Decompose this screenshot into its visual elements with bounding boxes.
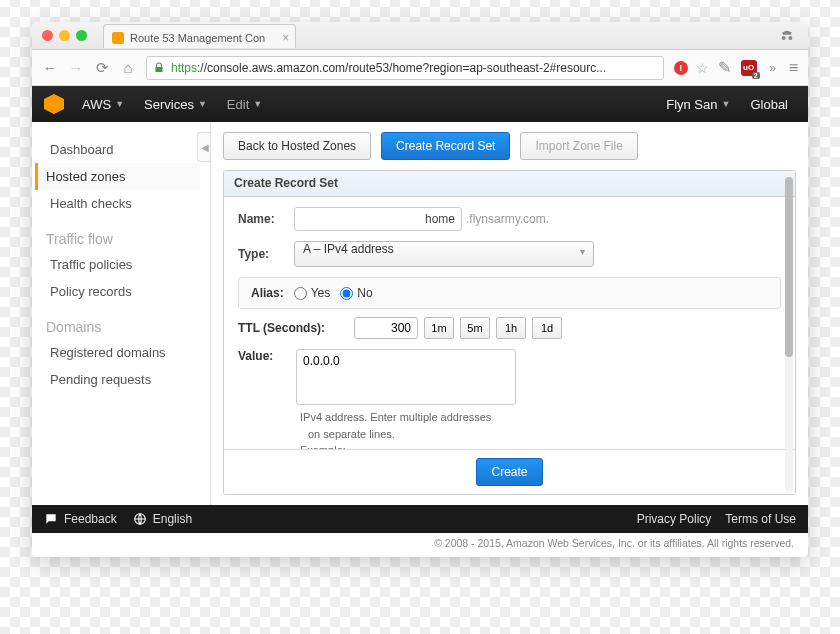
sidebar-collapse-icon[interactable]: ◀	[197, 132, 211, 162]
forward-icon[interactable]: →	[68, 59, 84, 76]
bookmark-icon[interactable]: ☆	[696, 60, 709, 76]
window-controls	[42, 30, 87, 41]
toolbar: Back to Hosted Zones Create Record Set I…	[223, 132, 796, 160]
reload-icon[interactable]: ⟳	[94, 59, 110, 77]
ublock-badge: 2	[752, 72, 760, 79]
extensions: ! ☆ ✎ uO2 » ≡	[674, 59, 798, 77]
name-label: Name:	[238, 212, 294, 226]
globe-icon	[133, 512, 147, 526]
value-hint: IPv4 address. Enter multiple addresses o…	[300, 409, 781, 449]
back-to-hosted-zones-button[interactable]: Back to Hosted Zones	[223, 132, 371, 160]
aws-header: AWS▼ Services▼ Edit▼ Flyn San▼ Global	[32, 86, 808, 122]
tab-title: Route 53 Management Con	[130, 32, 265, 44]
feedback-link[interactable]: Feedback	[44, 512, 117, 526]
type-label: Type:	[238, 247, 294, 261]
favicon-icon	[112, 32, 124, 44]
tab-close-icon[interactable]: ×	[282, 31, 289, 45]
navbar: ← → ⟳ ⌂ https ://console.aws.amazon.com/…	[32, 50, 808, 86]
alias-label: Alias:	[251, 286, 284, 300]
lock-icon	[153, 61, 167, 75]
browser-tab[interactable]: Route 53 Management Con ×	[103, 24, 296, 48]
aws-menu-services[interactable]: Services▼	[136, 93, 215, 116]
titlebar: Route 53 Management Con ×	[32, 22, 808, 50]
back-icon[interactable]: ←	[42, 59, 58, 76]
minimize-icon[interactable]	[59, 30, 70, 41]
panel-footer: Create	[224, 449, 795, 494]
ublock-ext-icon[interactable]: uO2	[741, 60, 757, 76]
scroll-thumb[interactable]	[785, 177, 793, 357]
menu-icon[interactable]: ≡	[789, 59, 798, 77]
content: Dashboard Hosted zones Health checks Tra…	[32, 122, 808, 505]
maximize-icon[interactable]	[76, 30, 87, 41]
sidebar-heading-traffic: Traffic flow	[46, 231, 200, 247]
ttl-input[interactable]	[354, 317, 418, 339]
aws-region-menu[interactable]: Global	[742, 93, 796, 116]
copyright: © 2008 - 2015, Amazon Web Services, Inc.…	[32, 533, 808, 557]
browser-window: Route 53 Management Con × ← → ⟳ ⌂ https …	[32, 22, 808, 557]
domain-suffix: .flynsarmy.com.	[466, 212, 549, 226]
close-icon[interactable]	[42, 30, 53, 41]
sidebar-item-dashboard[interactable]: Dashboard	[46, 136, 200, 163]
alert-ext-icon[interactable]: !	[674, 61, 688, 75]
chevron-icon[interactable]: »	[765, 61, 781, 75]
sidebar-item-registered-domains[interactable]: Registered domains	[46, 339, 200, 366]
import-zone-file-button[interactable]: Import Zone File	[520, 132, 637, 160]
url-text: ://console.aws.amazon.com/route53/home?r…	[197, 61, 606, 75]
type-select[interactable]: A – IPv4 address	[294, 241, 594, 267]
terms-link[interactable]: Terms of Use	[725, 512, 796, 526]
sidebar-item-hosted-zones[interactable]: Hosted zones	[35, 163, 200, 190]
footer-bar: Feedback English Privacy Policy Terms of…	[32, 505, 808, 533]
panel-title: Create Record Set	[224, 171, 795, 197]
ttl-label: TTL (Seconds):	[238, 321, 348, 335]
aws-menu: AWS▼ Services▼ Edit▼	[74, 93, 270, 116]
incognito-icon	[776, 27, 798, 45]
ttl-1h-button[interactable]: 1h	[496, 317, 526, 339]
panel-body: Name: .flynsarmy.com. Type: A – IPv4 add…	[224, 197, 795, 449]
create-record-set-button[interactable]: Create Record Set	[381, 132, 510, 160]
alias-no-radio[interactable]: No	[340, 286, 372, 300]
sidebar-item-health-checks[interactable]: Health checks	[46, 190, 200, 217]
sidebar-item-pending-requests[interactable]: Pending requests	[46, 366, 200, 393]
create-record-set-panel: Create Record Set Name: .flynsarmy.com. …	[223, 170, 796, 495]
aws-user-menu[interactable]: Flyn San▼	[658, 93, 738, 116]
sidebar-heading-domains: Domains	[46, 319, 200, 335]
name-input[interactable]	[294, 207, 462, 231]
sidebar-item-traffic-policies[interactable]: Traffic policies	[46, 251, 200, 278]
url-bar[interactable]: https ://console.aws.amazon.com/route53/…	[146, 56, 664, 80]
ttl-5m-button[interactable]: 5m	[460, 317, 490, 339]
value-label: Value:	[238, 349, 286, 363]
home-icon[interactable]: ⌂	[120, 59, 136, 76]
sidebar-item-policy-records[interactable]: Policy records	[46, 278, 200, 305]
value-textarea[interactable]	[296, 349, 516, 405]
alias-section: Alias: Yes No	[238, 277, 781, 309]
scrollbar[interactable]	[785, 173, 793, 492]
alias-yes-radio[interactable]: Yes	[294, 286, 331, 300]
wand-ext-icon[interactable]: ✎	[717, 60, 733, 76]
sidebar: Dashboard Hosted zones Health checks Tra…	[32, 122, 210, 505]
url-protocol: https	[171, 61, 197, 75]
ttl-1d-button[interactable]: 1d	[532, 317, 562, 339]
language-link[interactable]: English	[133, 512, 192, 526]
speech-icon	[44, 512, 58, 526]
ttl-1m-button[interactable]: 1m	[424, 317, 454, 339]
aws-menu-aws[interactable]: AWS▼	[74, 93, 132, 116]
aws-menu-edit[interactable]: Edit▼	[219, 93, 270, 116]
create-button[interactable]: Create	[476, 458, 542, 486]
main: Back to Hosted Zones Create Record Set I…	[210, 122, 808, 505]
aws-logo-icon[interactable]	[44, 94, 64, 114]
privacy-link[interactable]: Privacy Policy	[637, 512, 712, 526]
